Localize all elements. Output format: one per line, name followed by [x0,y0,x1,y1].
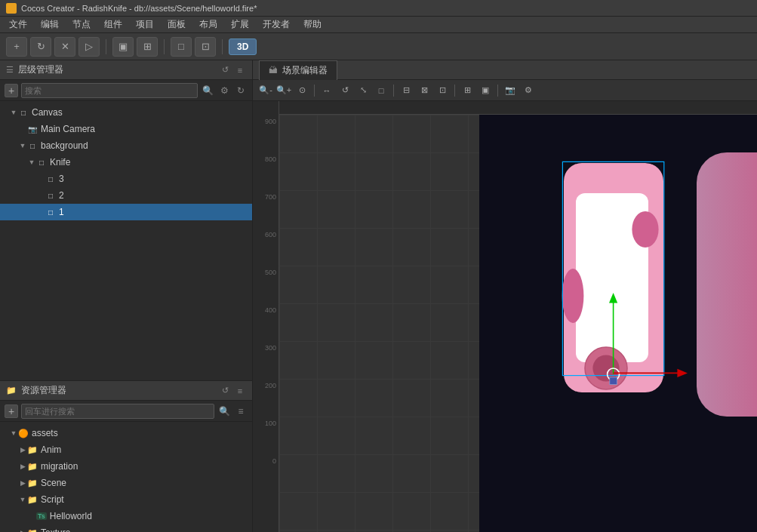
assets-toolbar: + 🔍 ≡ [0,401,252,422]
assets-item-script[interactable]: ▼ 📁 Script [0,491,252,508]
assets-item-assets[interactable]: ▼ 🟠 assets [0,425,252,441]
main-layout: ☰ 层级管理器 ↺ ≡ + 🔍 ⚙ ↻ ▼ □ C [0,60,757,532]
hierarchy-search-btn[interactable]: 🔍 [201,84,214,97]
knife-node-icon: □ [36,157,47,168]
hierarchy-refresh-btn2[interactable]: ↻ [234,84,248,97]
svg-point-4 [632,211,658,248]
assets-search-input[interactable] [21,404,214,419]
assets-arrow-anim: ▶ [18,446,27,454]
scene-zoom-out-btn[interactable]: 🔍- [257,82,274,99]
scene-sep-3 [454,85,455,97]
assets-panel-controls: ↺ ≡ [219,385,246,397]
assets-label-assets: assets [32,428,58,438]
toolbar-play-btn[interactable]: ▷ [78,37,100,57]
scene-extra-btn[interactable]: ⚙ [520,82,537,99]
menu-layout[interactable]: 布局 [193,17,223,32]
menu-extend[interactable]: 扩展 [225,17,255,32]
toolbar-game-btn[interactable]: ⊡ [195,37,216,57]
anim-folder-icon: 📁 [27,445,38,455]
canvas-icon: □ [18,107,29,118]
menu-developer[interactable]: 开发者 [257,17,296,32]
ruler-mark-100: 100 [253,420,279,427]
tree-label-1: 1 [59,207,64,217]
scene-rotate-btn[interactable]: ↺ [337,82,353,99]
node1-icon: □ [45,207,56,217]
tree-item-2[interactable]: □ 2 [0,187,252,204]
tree-item-canvas[interactable]: ▼ □ Canvas [0,104,252,121]
scene-align3-btn[interactable]: ⊡ [434,82,451,99]
scene-dist2-btn[interactable]: ▣ [477,82,494,99]
assets-item-helloworld[interactable]: Ts Helloworld [0,508,252,524]
assets-menu-btn[interactable]: ≡ [234,385,246,397]
hierarchy-search-input[interactable] [21,83,198,98]
menu-project[interactable]: 项目 [130,17,160,32]
assets-arrow-scene: ▶ [18,479,27,487]
hierarchy-refresh-btn[interactable]: ↺ [219,64,231,76]
svg-rect-13 [610,377,617,385]
scene-sep-2 [393,85,394,97]
scene-canvas[interactable]: 900 800 700 600 500 400 300 200 100 0 [253,101,757,532]
scene-dark-area [479,115,757,532]
assets-label-migration: migration [41,461,78,472]
hierarchy-panel-icon: ☰ [6,65,14,75]
scene-fit-btn[interactable]: ⊙ [294,82,310,99]
scene-align1-btn[interactable]: ⊟ [398,82,414,99]
assets-arrow-texture: ▶ [18,529,27,532]
toolbar-close-btn[interactable]: ✕ [54,37,75,57]
assets-item-anim[interactable]: ▶ 📁 Anim [0,441,252,458]
menu-file[interactable]: 文件 [3,17,33,32]
assets-item-migration[interactable]: ▶ 📁 migration [0,458,252,475]
tree-item-maincamera[interactable]: 📷 Main Camera [0,121,252,137]
toolbar-add-btn[interactable]: + [6,37,27,57]
assets-sort-btn[interactable]: ≡ [234,404,248,418]
scene-tab-title: 场景编辑器 [282,64,328,77]
toolbar-scene-btn[interactable]: □ [171,37,192,57]
tree-label-background: background [41,140,88,151]
scene-scale-btn[interactable]: ⤡ [355,82,371,99]
toolbar-refresh-btn[interactable]: ↻ [30,37,51,57]
hierarchy-toolbar: + 🔍 ⚙ ↻ [0,80,252,101]
ruler-mark-400: 400 [253,306,279,314]
scene-camera-btn[interactable]: 📷 [502,82,519,99]
menu-panel[interactable]: 面板 [162,17,192,32]
ruler-mark-600: 600 [253,231,279,238]
hierarchy-panel-controls: ↺ ≡ [219,64,246,76]
hierarchy-filter-btn[interactable]: ⚙ [217,84,231,97]
scene-rect-btn[interactable]: □ [373,82,389,99]
assets-add-btn[interactable]: + [5,404,18,418]
hierarchy-panel: ☰ 层级管理器 ↺ ≡ + 🔍 ⚙ ↻ ▼ □ C [0,60,252,381]
tree-item-1[interactable]: □ 1 [0,204,252,220]
scene-dist1-btn[interactable]: ⊞ [459,82,475,99]
assets-search-btn[interactable]: 🔍 [217,404,231,418]
menu-node[interactable]: 节点 [66,17,97,32]
toolbar-sep-2 [164,39,165,54]
left-panel: ☰ 层级管理器 ↺ ≡ + 🔍 ⚙ ↻ ▼ □ C [0,60,253,532]
tree-item-3[interactable]: □ 3 [0,171,252,187]
scene-move-btn[interactable]: ↔ [318,82,335,99]
hierarchy-add-btn[interactable]: + [5,84,18,97]
svg-marker-12 [677,369,688,377]
tree-arrow-canvas: ▼ [9,109,18,116]
scene-align2-btn[interactable]: ⊠ [416,82,432,99]
menu-component[interactable]: 组件 [98,17,128,32]
toolbar-layout-btn[interactable]: ▣ [112,37,134,57]
toolbar-grid-btn[interactable]: ⊞ [137,37,158,57]
scene-editor-tab[interactable]: 🏔 场景编辑器 [259,60,337,80]
ruler-mark-900: 900 [253,118,279,125]
scene-zoom-in-btn[interactable]: 🔍+ [275,82,292,99]
menu-edit[interactable]: 编辑 [35,17,65,32]
menu-help[interactable]: 帮助 [297,17,328,32]
assets-refresh-btn[interactable]: ↺ [219,385,231,397]
assets-arrow-script: ▼ [18,496,27,503]
tree-arrow-background: ▼ [18,142,27,149]
tree-label-3: 3 [59,174,64,184]
tree-item-background[interactable]: ▼ □ background [0,137,252,154]
assets-item-texture[interactable]: ▶ 📁 Texture [0,524,252,532]
hierarchy-menu-btn[interactable]: ≡ [234,64,246,76]
assets-item-scene[interactable]: ▶ 📁 Scene [0,475,252,491]
menubar: 文件 编辑 节点 组件 项目 面板 布局 扩展 开发者 帮助 [0,17,757,33]
window-title: Cocos Creator - RadishKnife - db://asset… [21,4,257,13]
toolbar-3d-toggle[interactable]: 3D [229,38,257,55]
bg-node-icon: □ [27,140,38,151]
tree-item-knife[interactable]: ▼ □ Knife [0,154,252,171]
